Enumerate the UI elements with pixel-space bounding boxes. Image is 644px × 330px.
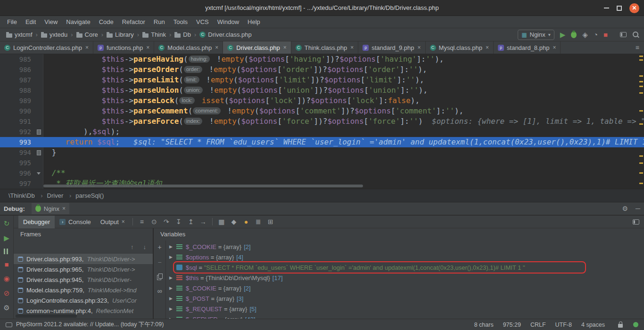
gutter[interactable]: 995 (0, 158, 43, 168)
status-widget[interactable]: 8 chars (474, 322, 494, 328)
remove-watch-icon[interactable]: − (157, 258, 161, 266)
view-as-table-icon[interactable]: ▦ (215, 218, 228, 225)
variable-row[interactable]: ▶ $this = {Think\Db\Driver\Mysql} [17] (166, 273, 644, 283)
menu-item[interactable]: VCS (192, 18, 213, 25)
settings-gear-icon[interactable]: ⚙ (3, 304, 9, 312)
expand-arrow-icon[interactable]: ▶ (169, 286, 176, 290)
status-message[interactable]: PhpStorm 2021.2 available: // Update... … (16, 321, 164, 329)
variable-row[interactable]: ▶ $_REQUEST = {array} [5] (166, 304, 644, 314)
menu-item[interactable]: Tools (169, 18, 192, 25)
editor-tab[interactable]: C Driver.class.php × (223, 41, 291, 54)
stack-frame-row[interactable]: Driver.class.php:993, Think\Db\Driver-> (14, 254, 153, 264)
expand-arrow-icon[interactable]: ▶ (169, 244, 176, 249)
gutter[interactable]: 992 (0, 127, 43, 137)
stop-button[interactable]: ■ (603, 31, 608, 38)
code-line[interactable]: 996 /** (0, 168, 644, 178)
tab-close-icon[interactable]: × (350, 44, 354, 51)
code-line[interactable]: 986 $this->parseOrder(order: !empty($opt… (0, 64, 644, 75)
tab-close-icon[interactable]: × (553, 44, 556, 51)
view-breakpoints-icon[interactable]: ◉ (3, 274, 9, 283)
expand-arrow-icon[interactable]: ▶ (169, 296, 176, 301)
debugger-view-tab[interactable]: Output × (96, 216, 130, 228)
gutter[interactable]: 989 (0, 96, 43, 106)
add-watch-icon[interactable]: + (157, 243, 161, 251)
run-button[interactable]: ▶ (560, 31, 566, 38)
restore-layout-icon[interactable] (633, 219, 639, 225)
ide-status-dot-icon[interactable] (633, 322, 638, 327)
pause-icon[interactable] (4, 249, 9, 254)
gutter[interactable]: 997 (0, 178, 43, 189)
expand-arrow-icon[interactable]: ▶ (169, 306, 176, 311)
tab-close-icon[interactable]: × (486, 44, 489, 51)
previous-frame-icon[interactable]: ↑ (131, 243, 134, 250)
frames-scrollbar[interactable] (16, 314, 77, 318)
code-line[interactable]: 995 (0, 158, 644, 168)
variable-row[interactable]: ▶ $sql = "SELECT * FROM `edu_users` WHER… (166, 262, 644, 273)
breadcrumb-item[interactable]: Library (105, 30, 135, 39)
stack-frame-row[interactable]: Driver.class.php:945, Think\Db\Driver- (14, 274, 153, 285)
code-line[interactable]: 990 $this->parseComment(comment: !empty(… (0, 106, 644, 116)
editor-tab[interactable]: C LoginController.class.php × (0, 41, 93, 54)
menu-item[interactable]: View (40, 18, 62, 25)
status-widget[interactable]: CRLF (530, 322, 546, 328)
stop-icon[interactable]: ■ (4, 260, 8, 268)
coverage-button[interactable]: ◈ (582, 31, 588, 38)
code-line[interactable]: 994 } (0, 147, 644, 158)
mute-breakpoints-icon[interactable]: ⊘ (4, 289, 10, 298)
variable-row[interactable]: ▶ $_POST = {array} [3] (166, 293, 644, 304)
gutter[interactable]: 986 (0, 64, 43, 75)
breadcrumb-item[interactable]: Core (75, 30, 99, 39)
lock-icon[interactable] (618, 324, 623, 328)
gutter[interactable]: 985 (0, 54, 43, 64)
editor-tab[interactable]: p standard_8.php × (494, 41, 561, 54)
code-line[interactable]: 991 $this->parseForce(index: !empty($opt… (0, 116, 644, 127)
code-line[interactable]: 992 ),$sql); (0, 127, 644, 137)
editor-breadcrumb-item[interactable]: parseSql() (74, 191, 105, 200)
editor-breadcrumb-item[interactable]: Driver (46, 191, 65, 200)
close-session-icon[interactable]: × (62, 205, 66, 212)
editor-tab[interactable]: p functions.php × (93, 41, 154, 54)
gutter[interactable]: 996 (0, 168, 43, 178)
menu-item[interactable]: Run (149, 18, 169, 25)
code-line[interactable]: 988 $this->parseUnion(union: !empty($opt… (0, 85, 644, 96)
next-frame-icon[interactable]: ↓ (143, 243, 147, 250)
copy-icon[interactable] (157, 274, 162, 280)
step-over-icon[interactable]: ↷ (160, 218, 173, 225)
run-config-select[interactable]: ▦ Nginx ▾ (518, 30, 554, 40)
status-widget[interactable]: UTF-8 (555, 322, 572, 328)
breadcrumb-item[interactable]: C Driver.class.php (198, 30, 253, 39)
expand-arrow-icon[interactable]: ▶ (169, 275, 176, 280)
editor-tab[interactable]: C Mysql.class.php × (426, 41, 494, 54)
menu-item[interactable]: File (3, 18, 21, 25)
tab-close-icon[interactable]: × (215, 44, 218, 51)
title-bar[interactable]: yxtcmf [/usr/local/nginx/html/yxtcmf] - … (0, 0, 644, 16)
watch-return-values-icon[interactable]: ● (240, 218, 252, 225)
maximize-icon[interactable] (617, 6, 622, 11)
minimize-icon[interactable] (604, 8, 609, 8)
breadcrumb-item[interactable]: yxtcmf (5, 30, 34, 39)
layout-options-icon[interactable]: ≡ (136, 218, 148, 225)
toolwindow-switcher-icon[interactable] (6, 322, 12, 327)
tool-window-layout-icon[interactable] (620, 32, 627, 37)
menu-item[interactable]: Code (95, 18, 118, 25)
gutter[interactable]: 991 (0, 116, 43, 127)
expand-arrow-icon[interactable]: ▶ (169, 255, 176, 259)
stack-frame-row[interactable]: LoginController.class.php:323, User\Cor (14, 295, 153, 306)
add-to-watches-icon[interactable]: ⊞ (264, 218, 277, 225)
menu-item[interactable]: Refactor (118, 18, 149, 25)
breadcrumb-item[interactable]: yxtedu (40, 30, 69, 39)
variable-row[interactable]: ▶ $options = {array} [4] (166, 252, 644, 262)
status-widget[interactable]: 975:29 (503, 322, 521, 328)
code-line[interactable]: 987 $this->parseLimit(limit: !empty($opt… (0, 75, 644, 85)
gutter[interactable]: 988 (0, 85, 43, 96)
breadcrumb-item[interactable]: Think (141, 30, 167, 39)
editor-tab[interactable]: C Model.class.php × (154, 41, 223, 54)
show-execution-point-icon[interactable]: ⊙ (148, 218, 160, 225)
profiler-button[interactable]: ◔ (594, 31, 598, 38)
tab-close-icon[interactable]: × (418, 44, 421, 51)
code-line[interactable]: 993 return $sql; $sql: "SELECT * FROM `e… (0, 137, 644, 147)
stack-frame-row[interactable]: Model.class.php:759, Think\Model->find (14, 285, 153, 295)
menu-item[interactable]: Edit (21, 18, 40, 25)
variable-row[interactable]: ▶ $_COOKIE = {array} [2] (166, 241, 644, 252)
debugger-view-tab[interactable]: › Console (55, 216, 96, 228)
